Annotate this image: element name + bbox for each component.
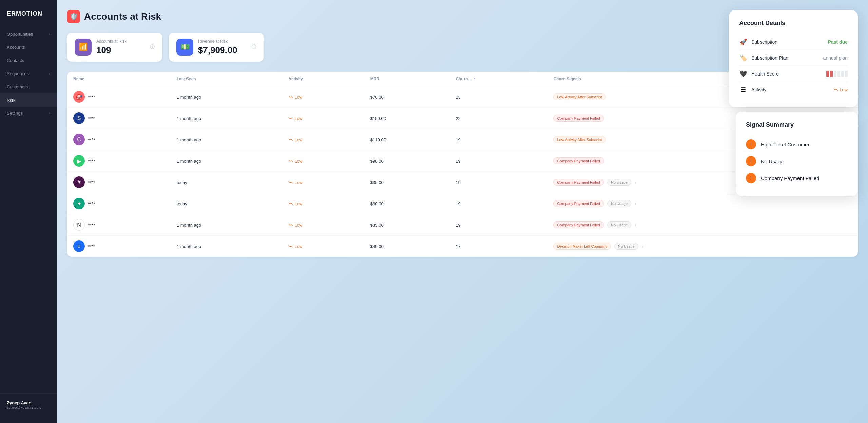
cell-last-seen: today (171, 193, 282, 214)
col-activity: Activity (282, 72, 364, 86)
signal-badge: No Usage (607, 200, 631, 207)
stat-content-accounts: Accounts at Risk 109 (96, 39, 145, 56)
signal-item-3: ! Company Payment Failed (746, 170, 848, 187)
company-avatar: ✦ (73, 198, 85, 209)
company-avatar: u (73, 240, 85, 252)
cell-name: C **** (67, 129, 171, 150)
row-expand-icon[interactable]: › (635, 201, 636, 206)
cell-last-seen: 1 month ago (171, 214, 282, 236)
sidebar-item-label: Sequences (7, 71, 29, 76)
sidebar-item-risk[interactable]: Risk (0, 93, 57, 107)
sidebar-logo: ERMOTION (0, 7, 57, 27)
cell-activity: Low (282, 172, 364, 193)
sidebar-item-label: Accounts (7, 45, 25, 50)
stat-content-revenue: Revenue at Risk $7,909.00 (198, 39, 247, 56)
company-name: **** (88, 244, 95, 249)
table-row[interactable]: u **** 1 month agoLow$49.0017Decision Ma… (67, 236, 858, 257)
health-bar-2 (830, 71, 833, 77)
heart-icon: 🖤 (739, 70, 747, 78)
chevron-right-icon: › (49, 111, 50, 115)
cell-last-seen: today (171, 172, 282, 193)
col-churn[interactable]: Churn... ↑ (450, 72, 547, 86)
sidebar-item-label: Risk (7, 98, 15, 103)
company-avatar: S (73, 112, 85, 124)
table-row[interactable]: N **** 1 month agoLow$35.0019Company Pay… (67, 214, 858, 236)
signal-badge: Company Payment Failed (553, 221, 604, 228)
stat-label-accounts: Accounts at Risk (96, 39, 145, 44)
signal-dot-2: ! (746, 156, 756, 166)
activity-value: Low (833, 87, 848, 92)
cell-churn: 23 (450, 86, 547, 108)
cell-last-seen: 1 month ago (171, 129, 282, 150)
cell-name: # **** (67, 172, 171, 193)
health-label: Health Score (751, 71, 822, 77)
col-name: Name (67, 72, 171, 86)
chevron-right-icon: › (49, 72, 50, 76)
cell-churn: 17 (450, 236, 547, 257)
signal-dot-3: ! (746, 173, 756, 183)
cell-churn: 19 (450, 193, 547, 214)
account-details-title: Account Details (739, 20, 848, 27)
activity-indicator: Low (288, 244, 358, 249)
company-avatar: ▶ (73, 155, 85, 167)
sidebar-item-label: Settings (7, 111, 23, 116)
rocket-icon: 🚀 (739, 38, 747, 46)
cell-signals: Company Payment FailedNo Usage› (547, 214, 858, 236)
sidebar-item-opportunities[interactable]: Opportunities › (0, 27, 57, 41)
signal-label-2: No Usage (761, 158, 784, 164)
cell-name: S **** (67, 108, 171, 129)
cell-activity: Low (282, 150, 364, 172)
sidebar-item-contacts[interactable]: Contacts (0, 54, 57, 67)
sidebar-item-settings[interactable]: Settings › (0, 107, 57, 120)
activity-indicator: Low (288, 137, 358, 142)
activity-indicator: Low (288, 94, 358, 100)
company-avatar: # (73, 176, 85, 188)
sidebar-item-sequences[interactable]: Sequences › (0, 67, 57, 80)
row-expand-icon[interactable]: › (635, 222, 636, 228)
cell-mrr: $150.00 (364, 108, 450, 129)
detail-row-subscription: 🚀 Subscription Past due (739, 34, 848, 50)
cell-activity: Low (282, 86, 364, 108)
cell-mrr: $35.00 (364, 214, 450, 236)
main-content: 🛡️ Accounts at Risk 📶 Accounts at Risk 1… (57, 0, 868, 423)
col-last-seen: Last Seen (171, 72, 282, 86)
stat-info-icon-accounts[interactable]: ⓘ (150, 44, 155, 50)
company-avatar: 🎯 (73, 91, 85, 103)
cell-activity: Low (282, 214, 364, 236)
cell-signals: Decision Maker Left CompanyNo Usage› (547, 236, 858, 257)
sidebar-item-label: Customers (7, 84, 28, 89)
table-row[interactable]: ✦ **** todayLow$60.0019Company Payment F… (67, 193, 858, 214)
health-bar-4 (837, 71, 840, 77)
signal-badge: Company Payment Failed (553, 115, 604, 122)
company-name: **** (88, 180, 95, 185)
health-bars (826, 71, 848, 77)
cell-activity: Low (282, 129, 364, 150)
cell-last-seen: 1 month ago (171, 108, 282, 129)
cell-churn: 22 (450, 108, 547, 129)
cell-name: N **** (67, 214, 171, 236)
company-name: **** (88, 137, 95, 142)
detail-row-plan: 🏷️ Subscription Plan annual plan (739, 50, 848, 66)
cell-name: ▶ **** (67, 150, 171, 172)
signal-summary-title: Signal Summary (746, 121, 848, 128)
signal-badge: No Usage (607, 179, 631, 186)
cell-activity: Low (282, 193, 364, 214)
cell-activity: Low (282, 236, 364, 257)
stat-info-icon-revenue[interactable]: ⓘ (252, 44, 256, 50)
sidebar-item-customers[interactable]: Customers (0, 80, 57, 93)
activity-indicator: Low (288, 223, 358, 228)
health-bar-5 (841, 71, 844, 77)
account-details-panel: Account Details 🚀 Subscription Past due … (729, 10, 858, 107)
health-bar-3 (834, 71, 836, 77)
trend-down-icon (833, 88, 838, 91)
cell-last-seen: 1 month ago (171, 86, 282, 108)
signal-label-3: Company Payment Failed (761, 175, 820, 181)
detail-row-activity: ☰ Activity Low (739, 82, 848, 98)
stat-card-accounts: 📶 Accounts at Risk 109 ⓘ (67, 33, 162, 62)
row-expand-icon[interactable]: › (635, 179, 636, 185)
sidebar-item-accounts[interactable]: Accounts (0, 41, 57, 54)
sort-icon: ↑ (474, 77, 476, 81)
company-avatar: N (73, 219, 85, 231)
row-expand-icon[interactable]: › (642, 244, 644, 249)
activity-indicator: Low (288, 116, 358, 121)
